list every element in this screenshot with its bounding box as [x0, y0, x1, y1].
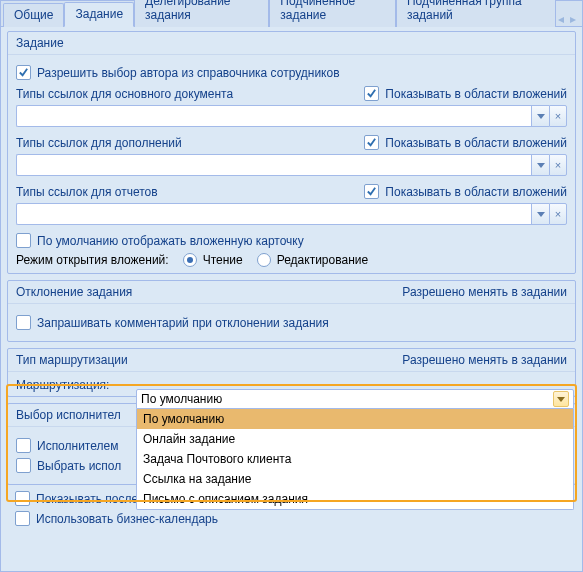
tab-delegation[interactable]: Делегирование задания — [134, 0, 269, 27]
checkbox-allow-author[interactable] — [16, 65, 31, 80]
chevron-down-icon — [557, 397, 565, 402]
label-open-edit: Редактирование — [277, 253, 368, 267]
group1-title: Типы ссылок для дополнений — [16, 136, 182, 150]
combo-group1-dropdown-button[interactable] — [531, 154, 549, 176]
radio-open-read[interactable] — [183, 253, 197, 267]
label-allow-author: Разрешить выбор автора из справочника со… — [37, 66, 340, 80]
combo-group2-dropdown-button[interactable] — [531, 203, 549, 225]
section-reject-note: Разрешено менять в задании — [402, 285, 567, 299]
tabs-scroll-right-icon[interactable]: ▸ — [568, 12, 578, 26]
combo-group0[interactable] — [16, 105, 531, 127]
tab-common[interactable]: Общие — [3, 3, 64, 27]
close-icon: × — [555, 111, 561, 122]
chevron-down-icon — [537, 114, 545, 119]
tabs-scroll-left-icon[interactable]: ◂ — [556, 12, 566, 26]
tab-bar: Общие Задание Делегирование задания Подч… — [1, 1, 582, 27]
combo-group1[interactable] — [16, 154, 531, 176]
close-icon: × — [555, 160, 561, 171]
section-task: Задание Разрешить выбор автора из справо… — [7, 31, 576, 274]
combo-group2-clear-button[interactable]: × — [549, 203, 567, 225]
open-mode-caption: Режим открытия вложений: — [16, 253, 169, 267]
group0-title: Типы ссылок для основного документа — [16, 87, 233, 101]
check-icon — [366, 186, 377, 197]
checkbox-pick-executor[interactable] — [16, 458, 31, 473]
section-exec-title: Выбор исполнител — [16, 408, 121, 422]
route-dropdown: По умолчанию По умолчанию Онлайн задание… — [136, 389, 574, 510]
close-icon: × — [555, 209, 561, 220]
route-option-0[interactable]: По умолчанию — [137, 409, 573, 429]
section-reject-title: Отклонение задания — [16, 285, 132, 299]
route-option-1[interactable]: Онлайн задание — [137, 429, 573, 449]
checkbox-group2-show[interactable] — [364, 184, 379, 199]
checkbox-show-nested-card[interactable] — [16, 233, 31, 248]
tab-subtask[interactable]: Подчиненное задание — [269, 0, 396, 27]
chevron-down-icon — [537, 212, 545, 217]
radio-open-edit[interactable] — [257, 253, 271, 267]
checkbox-biz-calendar[interactable] — [15, 511, 30, 526]
route-select[interactable]: По умолчанию — [136, 389, 574, 409]
check-icon — [366, 137, 377, 148]
label-group1-show: Показывать в области вложений — [385, 136, 567, 150]
section-route-note: Разрешено менять в задании — [402, 353, 567, 367]
route-dropdown-list: По умолчанию Онлайн задание Задача Почто… — [136, 409, 574, 510]
checkbox-ask-comment[interactable] — [16, 315, 31, 330]
combo-group0-clear-button[interactable]: × — [549, 105, 567, 127]
checkbox-group0-show[interactable] — [364, 86, 379, 101]
label-open-read: Чтение — [203, 253, 243, 267]
label-by-executor: Исполнителем — [37, 439, 118, 453]
chevron-down-icon — [537, 163, 545, 168]
label-group0-show: Показывать в области вложений — [385, 87, 567, 101]
tab-subgroup[interactable]: Подчиненная группа заданий — [396, 0, 556, 27]
section-route-title: Тип маршрутизации — [16, 353, 128, 367]
route-select-button[interactable] — [553, 391, 569, 407]
check-icon — [18, 67, 29, 78]
label-pick-executor: Выбрать испол — [37, 459, 121, 473]
route-option-4[interactable]: Письмо с описанием задания — [137, 489, 573, 509]
combo-group2[interactable] — [16, 203, 531, 225]
combo-group1-clear-button[interactable]: × — [549, 154, 567, 176]
combo-group0-dropdown-button[interactable] — [531, 105, 549, 127]
tab-task[interactable]: Задание — [64, 2, 134, 27]
route-option-3[interactable]: Ссылка на задание — [137, 469, 573, 489]
check-icon — [366, 88, 377, 99]
group2-title: Типы ссылок для отчетов — [16, 185, 158, 199]
label-group2-show: Показывать в области вложений — [385, 185, 567, 199]
label-show-nested-card: По умолчанию отображать вложенную карточ… — [37, 234, 304, 248]
route-select-value: По умолчанию — [141, 392, 222, 406]
label-ask-comment: Запрашивать комментарий при отклонении з… — [37, 316, 329, 330]
section-reject: Отклонение задания Разрешено менять в за… — [7, 280, 576, 342]
checkbox-by-executor[interactable] — [16, 438, 31, 453]
section-task-title: Задание — [16, 36, 64, 50]
checkbox-show-last-exec[interactable] — [15, 491, 30, 506]
label-biz-calendar: Использовать бизнес-календарь — [36, 512, 218, 526]
checkbox-group1-show[interactable] — [364, 135, 379, 150]
route-option-2[interactable]: Задача Почтового клиента — [137, 449, 573, 469]
route-field-label: Маршрутизация: — [16, 378, 126, 392]
